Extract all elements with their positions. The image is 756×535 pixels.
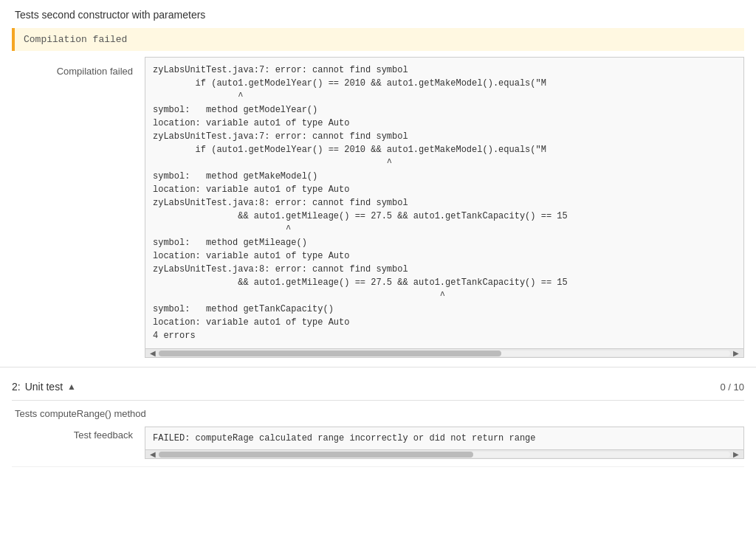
compilation-section: Tests second constructor with parameters… bbox=[0, 0, 756, 367]
unit-test-section: 2: Unit test ▲ 0 / 10 Tests computeRange… bbox=[0, 367, 756, 476]
feedback-row: Test feedback FAILED: computeRage calcul… bbox=[12, 427, 744, 459]
test-item-title: Tests computeRange() method bbox=[12, 408, 744, 419]
feedback-scroll-left[interactable]: ◀ bbox=[147, 450, 159, 458]
scrollbar-thumb[interactable] bbox=[159, 351, 501, 356]
score-badge: 0 / 10 bbox=[720, 382, 744, 393]
unit-test-label: Unit test bbox=[25, 381, 63, 393]
compilation-banner: Compilation failed bbox=[12, 28, 744, 51]
feedback-scrollbar-track[interactable] bbox=[159, 452, 730, 458]
feedback-label: Test feedback bbox=[12, 429, 145, 441]
unit-test-header[interactable]: 2: Unit test ▲ 0 / 10 bbox=[12, 376, 744, 401]
feedback-text: FAILED: computeRage calculated range inc… bbox=[145, 427, 743, 449]
header-number: 2: bbox=[12, 381, 21, 393]
scrollbar-track[interactable] bbox=[159, 351, 730, 356]
feedback-content: FAILED: computeRage calculated range inc… bbox=[145, 427, 744, 459]
error-code-box: zyLabsUnitTest.java:7: error: cannot fin… bbox=[145, 57, 744, 358]
feedback-scrollbar[interactable]: ◀ ▶ bbox=[145, 449, 743, 458]
feedback-scroll-right[interactable]: ▶ bbox=[730, 450, 742, 458]
chevron-up-icon: ▲ bbox=[67, 382, 76, 392]
scrollbar-bottom[interactable]: ◀ ▶ bbox=[145, 348, 743, 357]
error-label: Compilation failed bbox=[12, 60, 145, 83]
feedback-scrollbar-thumb[interactable] bbox=[159, 452, 473, 458]
error-code-content: zyLabsUnitTest.java:7: error: cannot fin… bbox=[145, 58, 743, 348]
error-output-container: Compilation failed zyLabsUnitTest.java:7… bbox=[12, 57, 744, 358]
unit-test-header-left: 2: Unit test ▲ bbox=[12, 381, 76, 393]
page-container: Tests second constructor with parameters… bbox=[0, 0, 756, 535]
test-item-computerange: Tests computeRange() method Test feedbac… bbox=[12, 401, 744, 467]
section1-title: Tests second constructor with parameters bbox=[12, 9, 744, 21]
scroll-right-arrow[interactable]: ▶ bbox=[730, 349, 742, 357]
scroll-left-arrow[interactable]: ◀ bbox=[147, 349, 159, 357]
